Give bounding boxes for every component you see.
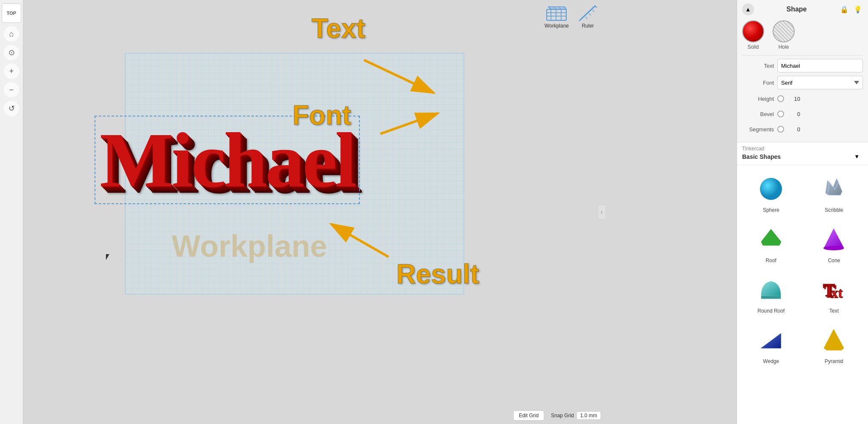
text-property-label: Text [742,63,774,69]
text-shape-label: Text [829,308,839,314]
svg-point-19 [760,178,782,200]
sphere-shape-label: Sphere [763,207,779,213]
bevel-input[interactable] [787,108,807,120]
shape-item-pyramid[interactable]: Pyramid [804,320,865,369]
shapes-grid: Sphere Scribbl [737,165,868,372]
height-input[interactable] [787,93,807,105]
pyramid-shape-label: Pyramid [825,358,843,364]
right-panel: ▲ Shape 🔒 💡 Solid Hole Text [737,0,868,424]
shape-item-scribble[interactable]: Scribble [804,169,865,217]
workplane-tool[interactable]: Workplane [545,4,569,29]
shape-item-round-roof[interactable]: Round Roof [740,269,802,318]
segments-property-label: Segments [742,126,774,133]
text-property-row: Text [742,59,863,72]
bottom-bar: Edit Grid Snap Grid 1.0 mm [513,410,601,421]
shapes-library-dropdown[interactable]: ▼ [851,152,863,161]
panel-toggle-button[interactable]: › [598,205,605,220]
panel-header-icons: 🔒 💡 [839,4,863,14]
main-canvas: Workplane Michael Text Font Result [23,0,737,424]
segments-property-row: Segments [742,123,863,135]
scribble-shape-label: Scribble [825,207,843,213]
edit-grid-button[interactable]: Edit Grid [513,410,544,421]
text-input[interactable] [777,59,863,72]
svg-line-18 [593,10,594,12]
svg-line-17 [589,14,591,15]
shape-item-cone[interactable]: Cone [804,219,865,268]
font-property-label: Font [742,80,774,86]
shapes-library-header: Tinkercad Basic Shapes ▼ [737,142,868,165]
ruler-tool[interactable]: Ruler [577,4,598,29]
height-radio[interactable] [777,95,784,102]
roof-shape-icon [755,223,787,255]
font-property-row: Font Serif Sans-Serif Monospace [742,76,863,89]
fit-view-icon[interactable]: ⊙ [4,45,19,60]
shape-panel-header: ▲ Shape 🔒 💡 [742,3,863,15]
scribble-shape-icon [818,173,850,205]
collapse-panel-button[interactable]: ▲ [742,3,754,15]
height-property-row: Height [742,93,863,105]
zoom-out-icon[interactable]: − [4,82,19,97]
wedge-shape-icon [755,324,787,356]
home-icon[interactable]: ⌂ [4,26,19,42]
round-roof-shape-label: Round Roof [757,308,785,314]
pyramid-shape-icon [818,324,850,356]
text-annotation: Text [312,13,365,44]
sphere-shape-icon [755,173,787,205]
snap-grid-label: Snap Grid [551,413,574,418]
info-icon[interactable]: 💡 [853,4,863,14]
svg-rect-4 [547,9,566,20]
hole-label: Hole [779,44,789,50]
ruler-tool-icon [577,4,598,21]
left-toolbar: TOP ⌂ ⊙ + − ↺ [0,0,23,424]
font-select[interactable]: Serif Sans-Serif Monospace [777,76,863,89]
solid-hole-row: Solid Hole [742,20,863,50]
tinkercad-brand-label: Tinkercad [742,146,863,152]
shape-item-roof[interactable]: Roof [740,219,802,268]
svg-rect-24 [761,296,781,299]
svg-text:xt: xt [831,285,843,301]
michael-3d-text[interactable]: Michael [100,121,355,199]
bevel-property-row: Bevel [742,108,863,120]
svg-marker-22 [824,228,844,248]
bevel-radio[interactable] [777,111,784,117]
svg-line-16 [586,17,587,19]
svg-point-23 [823,246,844,250]
shape-panel-title: Shape [786,6,807,13]
zoom-in-icon[interactable]: + [4,64,19,79]
workplane-tool-icon [546,4,567,21]
shape-item-text[interactable]: T xt Text [804,269,865,318]
wedge-shape-label: Wedge [763,358,779,364]
cone-shape-label: Cone [828,258,840,263]
shape-properties-panel: ▲ Shape 🔒 💡 Solid Hole Text [737,0,868,142]
hole-circle-icon [773,20,795,42]
bevel-property-label: Bevel [742,111,774,117]
top-view-button[interactable]: TOP [2,3,21,23]
svg-marker-21 [761,229,781,246]
solid-circle-icon [742,20,764,42]
svg-line-14 [595,6,597,8]
solid-label: Solid [748,44,759,50]
shapes-library-panel: Tinkercad Basic Shapes ▼ [737,142,868,424]
cone-shape-icon [818,223,850,255]
segments-input[interactable] [787,123,807,135]
lock-icon[interactable]: 🔒 [839,4,849,14]
rotate-icon[interactable]: ↺ [4,101,19,116]
shape-item-wedge[interactable]: Wedge [740,320,802,369]
roof-shape-label: Roof [766,258,776,263]
svg-line-15 [579,19,581,21]
workplane-ruler-controls: Workplane Ruler [538,0,605,33]
mouse-cursor [106,254,114,263]
shape-item-sphere[interactable]: Sphere [740,169,802,217]
shapes-library-title: Basic Shapes [742,153,781,160]
text-shape-icon: T xt [818,274,850,305]
hole-button[interactable]: Hole [773,20,795,50]
snap-grid-value[interactable]: 1.0 mm [576,411,601,420]
round-roof-shape-icon [755,274,787,305]
solid-button[interactable]: Solid [742,20,764,50]
segments-radio[interactable] [777,126,784,133]
svg-marker-30 [824,329,844,350]
workplane-label: Workplane [172,229,327,263]
snap-grid-control: Snap Grid 1.0 mm [551,411,601,420]
height-property-label: Height [742,96,774,102]
